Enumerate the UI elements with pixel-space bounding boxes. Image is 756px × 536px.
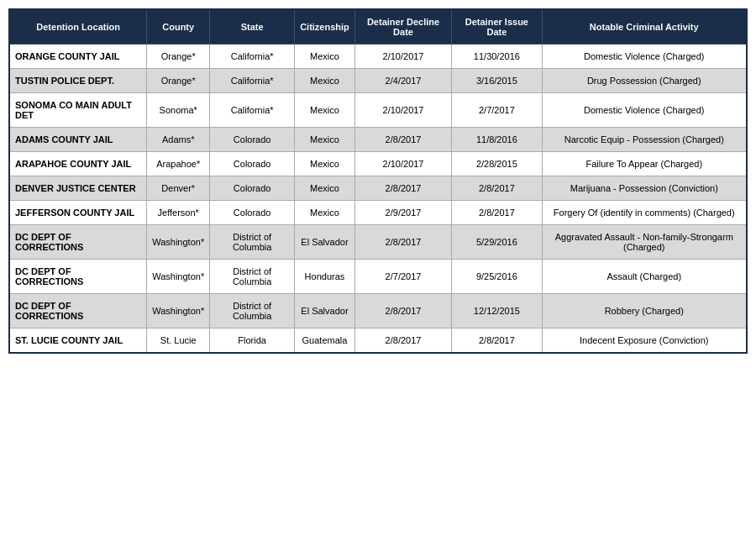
cell-detention_location: ORANGE COUNTY JAIL	[9, 45, 147, 69]
table-body: ORANGE COUNTY JAILOrange*California*Mexi…	[9, 45, 747, 354]
cell-detainer_issue_date: 5/29/2016	[452, 225, 542, 260]
table-row: ADAMS COUNTY JAILAdams*ColoradoMexico2/8…	[9, 128, 747, 152]
cell-notable_criminal_activity: Narcotic Equip - Possession (Charged)	[542, 128, 747, 152]
cell-county: Orange*	[147, 69, 210, 93]
cell-notable_criminal_activity: Domestic Violence (Charged)	[542, 93, 747, 128]
cell-detention_location: ADAMS COUNTY JAIL	[9, 128, 147, 152]
cell-state: Florida	[210, 328, 295, 354]
cell-notable_criminal_activity: Indecent Exposure (Conviction)	[542, 328, 747, 354]
cell-detainer_decline_date: 2/8/2017	[354, 128, 451, 152]
col-header-citizenship: Citizenship	[295, 9, 355, 45]
cell-notable_criminal_activity: Aggravated Assault - Non-family-Strongar…	[542, 225, 747, 260]
col-header-detainer_issue_date: Detainer Issue Date	[452, 9, 542, 45]
cell-county: Washington*	[147, 225, 210, 260]
table-row: ORANGE COUNTY JAILOrange*California*Mexi…	[9, 45, 747, 69]
cell-notable_criminal_activity: Failure To Appear (Charged)	[542, 152, 747, 176]
detainer-table: Detention LocationCountyStateCitizenship…	[8, 8, 748, 354]
cell-detainer_decline_date: 2/9/2017	[354, 201, 451, 225]
cell-state: Colorado	[210, 128, 295, 152]
cell-detention_location: ARAPAHOE COUNTY JAIL	[9, 152, 147, 176]
cell-citizenship: El Salvador	[295, 225, 355, 260]
cell-county: St. Lucie	[147, 328, 210, 354]
cell-detainer_decline_date: 2/8/2017	[354, 328, 451, 354]
cell-citizenship: Mexico	[295, 152, 355, 176]
cell-citizenship: Mexico	[295, 69, 355, 93]
table-row: ST. LUCIE COUNTY JAILSt. LucieFloridaGua…	[9, 328, 747, 354]
cell-detainer_issue_date: 9/25/2016	[452, 260, 542, 294]
cell-county: Sonoma*	[147, 93, 210, 128]
cell-citizenship: El Salvador	[295, 294, 355, 328]
cell-detainer_issue_date: 2/7/2017	[452, 93, 542, 128]
table-row: JEFFERSON COUNTY JAILJefferson*ColoradoM…	[9, 201, 747, 225]
col-header-county: County	[147, 9, 210, 45]
col-header-detention_location: Detention Location	[9, 9, 147, 45]
cell-detention_location: DENVER JUSTICE CENTER	[9, 176, 147, 201]
cell-county: Jefferson*	[147, 201, 210, 225]
cell-notable_criminal_activity: Domestic Violence (Charged)	[542, 45, 747, 69]
table-header-row: Detention LocationCountyStateCitizenship…	[9, 9, 747, 45]
cell-detainer_issue_date: 12/12/2015	[452, 294, 542, 328]
cell-state: District of Columbia	[210, 260, 295, 294]
table-row: DC DEPT OF CORRECTIONSWashington*Distric…	[9, 225, 747, 260]
cell-state: Colorado	[210, 176, 295, 201]
cell-notable_criminal_activity: Marijuana - Possession (Conviction)	[542, 176, 747, 201]
cell-notable_criminal_activity: Assault (Charged)	[542, 260, 747, 294]
cell-detention_location: TUSTIN POLICE DEPT.	[9, 69, 147, 93]
cell-state: California*	[210, 45, 295, 69]
cell-state: District of Columbia	[210, 225, 295, 260]
cell-detainer_issue_date: 2/8/2017	[452, 176, 542, 201]
cell-state: California*	[210, 93, 295, 128]
cell-detainer_issue_date: 2/8/2017	[452, 328, 542, 354]
cell-notable_criminal_activity: Robbery (Charged)	[542, 294, 747, 328]
cell-detainer_issue_date: 11/8/2016	[452, 128, 542, 152]
cell-detainer_decline_date: 2/7/2017	[354, 260, 451, 294]
table-row: DENVER JUSTICE CENTERDenver*ColoradoMexi…	[9, 176, 747, 201]
cell-detainer_issue_date: 2/28/2015	[452, 152, 542, 176]
cell-detainer_decline_date: 2/8/2017	[354, 225, 451, 260]
cell-notable_criminal_activity: Drug Possession (Charged)	[542, 69, 747, 93]
cell-detainer_decline_date: 2/10/2017	[354, 45, 451, 69]
cell-citizenship: Mexico	[295, 128, 355, 152]
cell-detention_location: SONOMA CO MAIN ADULT DET	[9, 93, 147, 128]
col-header-state: State	[210, 9, 295, 45]
cell-citizenship: Mexico	[295, 93, 355, 128]
table-row: DC DEPT OF CORRECTIONSWashington*Distric…	[9, 260, 747, 294]
cell-county: Orange*	[147, 45, 210, 69]
cell-detainer_decline_date: 2/8/2017	[354, 176, 451, 201]
cell-citizenship: Honduras	[295, 260, 355, 294]
cell-detainer_issue_date: 11/30/2016	[452, 45, 542, 69]
table-row: DC DEPT OF CORRECTIONSWashington*Distric…	[9, 294, 747, 328]
table-row: SONOMA CO MAIN ADULT DETSonoma*Californi…	[9, 93, 747, 128]
cell-detention_location: DC DEPT OF CORRECTIONS	[9, 225, 147, 260]
cell-detainer_decline_date: 2/10/2017	[354, 152, 451, 176]
cell-citizenship: Mexico	[295, 176, 355, 201]
cell-state: California*	[210, 69, 295, 93]
col-header-detainer_decline_date: Detainer Decline Date	[354, 9, 451, 45]
cell-detainer_decline_date: 2/4/2017	[354, 69, 451, 93]
cell-detainer_decline_date: 2/8/2017	[354, 294, 451, 328]
cell-state: Colorado	[210, 201, 295, 225]
cell-county: Washington*	[147, 294, 210, 328]
cell-county: Washington*	[147, 260, 210, 294]
cell-notable_criminal_activity: Forgery Of (identify in comments) (Charg…	[542, 201, 747, 225]
cell-county: Adams*	[147, 128, 210, 152]
cell-state: Colorado	[210, 152, 295, 176]
cell-state: District of Columbia	[210, 294, 295, 328]
table-row: TUSTIN POLICE DEPT.Orange*California*Mex…	[9, 69, 747, 93]
cell-detainer_issue_date: 3/16/2015	[452, 69, 542, 93]
cell-county: Denver*	[147, 176, 210, 201]
cell-detention_location: DC DEPT OF CORRECTIONS	[9, 294, 147, 328]
cell-citizenship: Guatemala	[295, 328, 355, 354]
cell-detention_location: JEFFERSON COUNTY JAIL	[9, 201, 147, 225]
table-row: ARAPAHOE COUNTY JAILArapahoe*ColoradoMex…	[9, 152, 747, 176]
cell-citizenship: Mexico	[295, 45, 355, 69]
cell-citizenship: Mexico	[295, 201, 355, 225]
cell-detention_location: ST. LUCIE COUNTY JAIL	[9, 328, 147, 354]
cell-county: Arapahoe*	[147, 152, 210, 176]
cell-detainer_decline_date: 2/10/2017	[354, 93, 451, 128]
cell-detainer_issue_date: 2/8/2017	[452, 201, 542, 225]
cell-detention_location: DC DEPT OF CORRECTIONS	[9, 260, 147, 294]
col-header-notable_criminal_activity: Notable Criminal Activity	[542, 9, 747, 45]
